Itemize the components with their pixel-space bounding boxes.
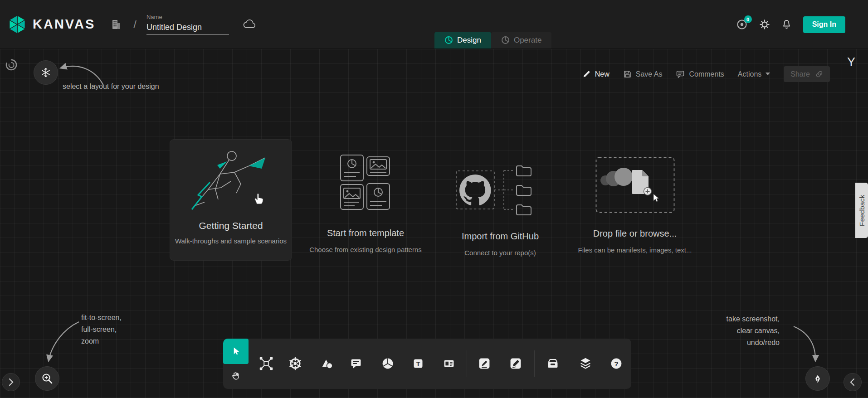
drop-file-title: Drop file or browse... (593, 228, 677, 239)
drawer-icon (544, 355, 561, 372)
actions-label: Actions (738, 70, 761, 78)
pencil-icon (582, 70, 591, 78)
templates-icon (340, 155, 391, 211)
start-from-template-card[interactable]: Start from template Choose from existing… (307, 155, 424, 253)
comments-label: Comments (689, 70, 724, 78)
import-from-github-title: Import from GitHub (462, 231, 539, 242)
tool-text[interactable]: T (408, 354, 428, 374)
start-from-template-caption: Choose from existing design patterns (309, 246, 422, 253)
tool-select[interactable] (223, 339, 249, 364)
tab-operate[interactable]: Operate (491, 32, 551, 49)
pen-nib-icon (812, 372, 824, 385)
tool-meshery[interactable] (378, 354, 398, 374)
kanvas-logo-icon (7, 15, 27, 34)
save-as-button[interactable]: Save As (623, 70, 663, 78)
gear-icon[interactable] (759, 19, 770, 30)
cloud-sync-icon[interactable] (243, 19, 256, 30)
bottom-right-hint: take screenshot, clear canvas, undo/redo (727, 313, 780, 349)
comment-icon (347, 355, 365, 372)
zoom-button[interactable] (35, 366, 59, 391)
tool-comment[interactable] (346, 354, 366, 374)
snowflake-icon (39, 66, 52, 79)
import-from-github-card[interactable]: Import from GitHub Connect to your repo(… (441, 163, 560, 257)
share-label: Share (790, 70, 810, 78)
chevron-down-icon (766, 73, 770, 76)
topbar-right-cluster: 0 Sign In (736, 0, 845, 49)
layout-button[interactable] (34, 60, 58, 85)
tab-design[interactable]: Design (434, 32, 491, 49)
getting-started-card[interactable]: Getting Started Walk-throughs and sample… (170, 140, 292, 260)
tab-operate-label: Operate (514, 36, 541, 45)
layer5-corner-logo: Y (847, 55, 855, 69)
design-name-input[interactable] (146, 22, 229, 35)
getting-started-title: Getting Started (199, 220, 263, 231)
tab-design-label: Design (457, 36, 481, 45)
dock-divider (467, 350, 467, 377)
save-as-label: Save As (636, 70, 663, 78)
tool-import[interactable] (543, 354, 563, 374)
start-from-template-title: Start from template (327, 228, 404, 238)
drop-file-icon (595, 157, 675, 213)
design-actions-toolbar: New Save As Comments Actions Sh (582, 66, 830, 82)
share-button[interactable]: Share (784, 66, 830, 82)
design-name-label: Name (146, 14, 229, 20)
import-from-github-caption: Connect to your repo(s) (464, 249, 536, 257)
breadcrumb-separator: / (133, 18, 137, 31)
tool-dock: T (223, 339, 631, 389)
github-import-icon (456, 163, 545, 218)
annotation-pen-button[interactable] (805, 366, 830, 391)
feedback-tab[interactable]: Feedback (855, 183, 868, 238)
notifications-badge: 0 (744, 15, 752, 23)
draw-brush-icon (507, 355, 524, 372)
design-name-group: Name (146, 14, 229, 35)
design-tab-icon (444, 36, 453, 44)
card-icon (440, 355, 458, 372)
chevron-left-icon (850, 378, 855, 386)
cursor-icon (229, 345, 243, 358)
design-canvas[interactable]: Y select a layout for your design New Sa… (0, 49, 868, 398)
drop-file-caption: Files can be manifests, images, text... (578, 246, 692, 254)
brand: KANVAS (7, 15, 95, 34)
layout-hint: select a layout for your design (63, 81, 159, 92)
comments-icon (676, 70, 685, 78)
organization-icon[interactable] (111, 19, 122, 30)
dock-divider (534, 350, 535, 377)
brand-name: KANVAS (33, 17, 95, 32)
tool-draw[interactable] (506, 354, 526, 374)
save-icon (623, 70, 632, 78)
layers-icon (577, 355, 594, 372)
annotate-pen-icon (476, 355, 493, 372)
tool-components[interactable] (256, 354, 276, 374)
svg-text:T: T (416, 360, 420, 368)
drop-file-card[interactable]: Drop file or browse... Files can be mani… (575, 157, 694, 254)
tool-card[interactable] (439, 354, 459, 374)
chevron-right-icon (8, 378, 14, 386)
tool-layers[interactable] (575, 354, 595, 374)
magnifier-icon (41, 372, 54, 385)
expand-left-panel-button[interactable] (2, 373, 20, 391)
sign-in-button[interactable]: Sign In (803, 16, 845, 33)
top-bar: KANVAS / Name Design (0, 0, 868, 49)
tool-kubernetes[interactable] (285, 354, 305, 374)
new-label: New (595, 70, 610, 78)
new-button[interactable]: New (582, 70, 610, 78)
provider-ring-icon[interactable]: 0 (736, 19, 748, 30)
tool-help[interactable]: ? (606, 354, 626, 374)
shapes-icon (318, 355, 335, 372)
tool-shapes[interactable] (317, 354, 336, 374)
tool-pan[interactable] (226, 365, 246, 386)
actions-dropdown[interactable]: Actions (738, 70, 770, 78)
comments-button[interactable]: Comments (676, 70, 724, 78)
meshery-spiral-icon[interactable] (4, 57, 19, 74)
meshery-logo-icon (379, 355, 396, 372)
components-icon (258, 355, 275, 372)
svg-text:?: ? (614, 360, 618, 368)
bell-icon[interactable] (781, 19, 792, 30)
tool-annotate[interactable] (474, 354, 494, 374)
mode-tabs: Design Operate (434, 32, 551, 49)
getting-started-caption: Walk-throughs and sample scenarios (175, 237, 287, 245)
expand-right-panel-button[interactable] (844, 373, 862, 391)
text-icon: T (410, 355, 427, 372)
help-icon: ? (608, 355, 625, 372)
bottom-left-hint: fit-to-screen, full-screen, zoom (81, 312, 122, 347)
